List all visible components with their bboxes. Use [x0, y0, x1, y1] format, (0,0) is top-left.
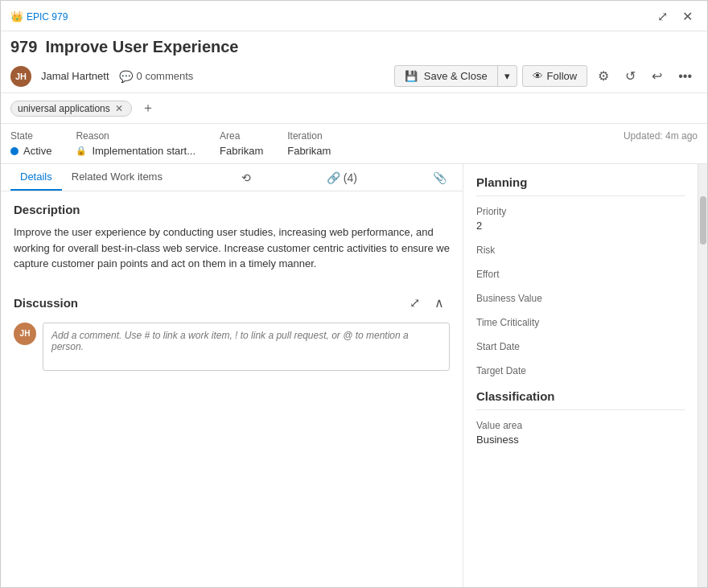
classification-section-title: Classification [476, 389, 685, 410]
state-value-row: Active [10, 145, 51, 157]
attachment-icon: 📎 [433, 171, 447, 184]
more-button[interactable]: ••• [673, 65, 698, 88]
priority-label: Priority [476, 206, 685, 217]
area-value-row: Fabrikam [220, 145, 263, 157]
commenter-avatar: JH [14, 323, 36, 345]
discussion-section: Discussion ⤢ ∧ JH [1, 283, 463, 381]
tab-details[interactable]: Details [10, 164, 62, 191]
title-row: 979 Improve User Experience [1, 31, 707, 61]
expand-icon: ⤢ [657, 10, 668, 23]
reason-value: Implementation start... [92, 145, 196, 157]
planning-section: Planning Priority 2 Risk Effort Business… [476, 175, 685, 376]
undo-button[interactable]: ↩ [646, 64, 668, 88]
time-criticality-label: Time Criticality [476, 317, 685, 328]
planning-target-date: Target Date [476, 365, 685, 376]
tabs-bar: Details Related Work items ⟲ 🔗 (4) 📎 [1, 164, 463, 191]
planning-priority: Priority 2 [476, 206, 685, 232]
undo-icon: ↩ [652, 69, 662, 83]
planning-risk: Risk [476, 245, 685, 256]
action-bar-right: 💾 Save & Close ▾ 👁 Follow ⚙ ↺ ↩ ••• [394, 64, 698, 88]
right-panel: Planning Priority 2 Risk Effort Business… [463, 164, 698, 587]
value-area-value: Business [476, 434, 685, 446]
updated-text: Updated: 4m ago [624, 130, 698, 142]
attachment-button[interactable]: 📎 [426, 168, 453, 187]
state-field: State Active [10, 130, 51, 157]
state-label: State [10, 130, 51, 142]
action-bar: JH Jamal Hartnett 💬 0 comments 💾 Save & … [1, 61, 707, 93]
business-value-label: Business Value [476, 293, 685, 304]
iteration-field: Iteration Fabrikam [287, 130, 331, 157]
link-icon: 🔗 [327, 171, 340, 184]
more-icon: ••• [678, 69, 692, 83]
crown-icon: 👑 [10, 10, 23, 23]
planning-time-criticality: Time Criticality [476, 317, 685, 328]
area-value: Fabrikam [220, 145, 263, 157]
state-dot [10, 147, 19, 155]
close-button[interactable]: ✕ [677, 6, 698, 27]
discussion-title: Discussion [14, 296, 78, 310]
top-bar: 👑 EPIC 979 ⤢ ✕ [1, 1, 707, 31]
effort-label: Effort [476, 269, 685, 280]
top-bar-right: ⤢ ✕ [652, 6, 698, 27]
classification-section: Classification Value area Business [476, 389, 685, 446]
collapse-discussion-button[interactable]: ∧ [429, 291, 450, 315]
tag-universal-applications: universal applications ✕ [10, 101, 132, 117]
tags-bar: universal applications ✕ ＋ [1, 93, 707, 124]
avatar: JH [10, 66, 31, 87]
save-close-label[interactable]: 💾 Save & Close [395, 66, 497, 86]
fields-row: State Active Reason 🔒 Implementation sta… [1, 124, 707, 164]
iteration-label: Iteration [287, 130, 331, 142]
area-field: Area Fabrikam [220, 130, 263, 157]
planning-effort: Effort [476, 269, 685, 280]
main-content: Details Related Work items ⟲ 🔗 (4) 📎 [1, 164, 707, 587]
settings-button[interactable]: ⚙ [592, 64, 615, 88]
description-text: Improve the user experience by conductin… [14, 224, 450, 272]
priority-value: 2 [476, 220, 685, 232]
scrollbar-track [698, 164, 707, 587]
refresh-button[interactable]: ↺ [620, 64, 641, 88]
eye-icon: 👁 [533, 70, 543, 82]
area-label: Area [220, 130, 263, 142]
state-value: Active [23, 145, 51, 157]
left-panel: Details Related Work items ⟲ 🔗 (4) 📎 [1, 164, 463, 587]
comment-icon: 💬 [119, 70, 133, 83]
iteration-value-row: Fabrikam [287, 145, 331, 157]
comment-input[interactable] [43, 323, 450, 371]
start-date-label: Start Date [476, 341, 685, 352]
discussion-icons: ⤢ ∧ [404, 291, 450, 315]
scrollbar-thumb[interactable] [700, 196, 706, 245]
links-button[interactable]: 🔗 (4) [320, 168, 364, 187]
expand-discussion-button[interactable]: ⤢ [404, 291, 426, 315]
planning-section-title: Planning [476, 175, 685, 196]
epic-link-label: EPIC 979 [27, 11, 68, 23]
discussion-comment-area: JH [14, 323, 450, 373]
history-button[interactable]: ⟲ [235, 168, 257, 187]
expand-button[interactable]: ⤢ [652, 6, 673, 27]
iteration-value: Fabrikam [287, 145, 331, 157]
discussion-header: Discussion ⤢ ∧ [14, 291, 450, 315]
epic-link[interactable]: 👑 EPIC 979 [10, 10, 68, 23]
description-title: Description [14, 203, 450, 216]
tag-label: universal applications [18, 103, 110, 114]
value-area-label: Value area [476, 420, 685, 431]
links-count: (4) [344, 171, 357, 184]
add-tag-button[interactable]: ＋ [137, 98, 159, 118]
tag-remove-button[interactable]: ✕ [113, 103, 125, 114]
comment-input-wrap [43, 323, 450, 373]
planning-business-value: Business Value [476, 293, 685, 304]
close-icon: ✕ [682, 10, 693, 23]
target-date-label: Target Date [476, 365, 685, 376]
work-item-title: Improve User Experience [45, 38, 238, 56]
save-close-dropdown[interactable]: ▾ [498, 66, 517, 86]
history-icon: ⟲ [241, 171, 251, 184]
classification-value-area: Value area Business [476, 420, 685, 446]
follow-button[interactable]: 👁 Follow [522, 65, 588, 87]
lock-icon: 🔒 [76, 146, 87, 156]
save-close-button[interactable]: 💾 Save & Close ▾ [394, 65, 517, 87]
reason-label: Reason [76, 130, 196, 142]
comments-button[interactable]: 💬 0 comments [119, 70, 194, 83]
user-name: Jamal Hartnett [41, 70, 109, 82]
description-section: Description Improve the user experience … [1, 191, 463, 283]
tab-related-work-items[interactable]: Related Work items [62, 164, 172, 191]
gear-icon: ⚙ [598, 69, 609, 83]
